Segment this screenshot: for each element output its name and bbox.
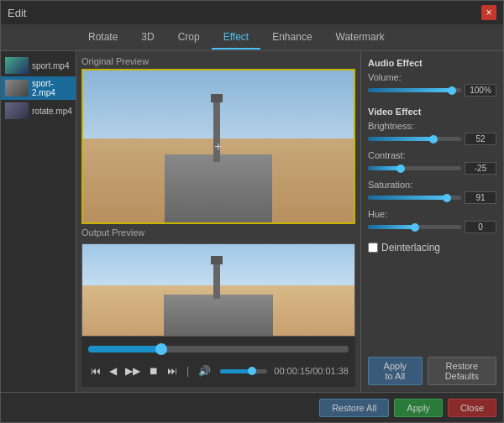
saturation-input[interactable] bbox=[465, 191, 496, 204]
saturation-slider-row bbox=[368, 191, 496, 204]
saturation-label: Saturation: bbox=[368, 180, 496, 190]
file-name-sport2: sport-2.mp4 bbox=[32, 79, 71, 97]
volume-label: Volume: bbox=[368, 72, 496, 82]
hue-slider-container[interactable] bbox=[368, 225, 461, 229]
tab-crop[interactable]: Crop bbox=[166, 26, 212, 50]
timeline-slider[interactable] bbox=[88, 346, 349, 352]
hue-input[interactable] bbox=[465, 221, 496, 233]
tab-enhance[interactable]: Enhance bbox=[260, 26, 323, 50]
brightness-slider-container[interactable] bbox=[368, 137, 461, 141]
video-road bbox=[165, 154, 273, 222]
skip-end-button[interactable]: ⏭ bbox=[165, 364, 180, 378]
brightness-label: Brightness: bbox=[368, 121, 496, 131]
restore-defaults-button[interactable]: Restore Defaults bbox=[428, 357, 496, 385]
hue-fill bbox=[368, 225, 415, 229]
hue-label: Hue: bbox=[368, 209, 496, 219]
restore-all-button[interactable]: Restore All bbox=[319, 399, 389, 417]
bottom-right: Restore All Apply Close bbox=[319, 399, 496, 417]
time-display: 00:00:15/00:01:38 bbox=[274, 366, 349, 376]
saturation-slider-container[interactable] bbox=[368, 196, 461, 200]
mute-button[interactable]: 🔊 bbox=[196, 364, 213, 378]
deinterlacing-checkbox[interactable] bbox=[368, 243, 378, 253]
contrast-label: Contrast: bbox=[368, 150, 496, 160]
volume-thumb bbox=[248, 367, 256, 375]
hue-control: Hue: bbox=[368, 209, 496, 233]
hue-slider-thumb bbox=[411, 223, 419, 232]
prev-frame-button[interactable]: ◀ bbox=[107, 364, 119, 378]
apply-restore-buttons: Apply to All Restore Defaults bbox=[368, 357, 496, 385]
file-thumb-rotate bbox=[5, 102, 29, 119]
timeline-thumb[interactable] bbox=[155, 343, 167, 355]
apply-restore-row: Apply to All Restore Defaults bbox=[368, 348, 496, 385]
contrast-slider-row bbox=[368, 162, 496, 175]
file-thumb-sport bbox=[5, 57, 29, 74]
output-video-canvas bbox=[82, 244, 354, 336]
contrast-slider-thumb bbox=[396, 164, 405, 173]
volume-slider-thumb bbox=[448, 86, 456, 95]
edit-window: Edit × Rotate 3D Crop Effect Enhance Wat… bbox=[0, 0, 504, 423]
saturation-slider-thumb bbox=[443, 194, 451, 202]
playback-area: ⏮ ◀ ▶▶ ⏹ ⏭ | 🔊 00:00:15/00:01:38 bbox=[81, 337, 355, 387]
tab-watermark[interactable]: Watermark bbox=[324, 26, 396, 50]
window-close-button[interactable]: × bbox=[481, 5, 496, 20]
controls-row: ⏮ ◀ ▶▶ ⏹ ⏭ | 🔊 00:00:15/00:01:38 bbox=[88, 364, 349, 378]
original-preview-label: Original Preview bbox=[81, 56, 355, 66]
output-video-road bbox=[164, 295, 273, 336]
output-preview-label: Output Preview bbox=[81, 227, 355, 238]
file-thumb-sport2 bbox=[5, 80, 29, 97]
bottom-bar: Restore All Apply Close bbox=[1, 392, 503, 422]
volume-slider[interactable] bbox=[220, 369, 267, 373]
contrast-slider-container[interactable] bbox=[368, 166, 461, 170]
tab-rotate[interactable]: Rotate bbox=[76, 26, 129, 50]
brightness-fill bbox=[368, 137, 433, 141]
output-video-tower bbox=[213, 263, 220, 300]
file-list: sport.mp4 sport-2.mp4 rotate.mp4 bbox=[1, 51, 76, 392]
saturation-control: Saturation: bbox=[368, 180, 496, 204]
file-name-sport: sport.mp4 bbox=[32, 61, 69, 70]
timeline-track bbox=[88, 346, 349, 352]
crosshair-icon: + bbox=[214, 139, 222, 154]
brightness-slider-row bbox=[368, 133, 496, 145]
center-content: Original Preview + Output Preview bbox=[76, 51, 360, 392]
main-area: sport.mp4 sport-2.mp4 rotate.mp4 Origina… bbox=[1, 51, 503, 392]
file-name-rotate: rotate.mp4 bbox=[32, 107, 72, 116]
deinterlacing-label: Deinterlacing bbox=[381, 242, 440, 253]
hue-slider-row bbox=[368, 221, 496, 233]
contrast-control: Contrast: bbox=[368, 150, 496, 175]
file-item-rotate[interactable]: rotate.mp4 bbox=[1, 100, 76, 122]
volume-input[interactable] bbox=[465, 84, 496, 97]
output-preview bbox=[81, 243, 355, 337]
volume-control: Volume: bbox=[368, 72, 496, 97]
window-title: Edit bbox=[8, 7, 26, 19]
tab-3d[interactable]: 3D bbox=[129, 26, 165, 50]
volume-slider-row bbox=[368, 84, 496, 97]
tabs-bar: Rotate 3D Crop Effect Enhance Watermark bbox=[1, 24, 503, 51]
volume-fill bbox=[368, 88, 452, 92]
original-video-canvas: + bbox=[83, 70, 354, 222]
brightness-slider-thumb bbox=[429, 135, 438, 144]
brightness-control: Brightness: bbox=[368, 121, 496, 145]
original-preview: + bbox=[81, 69, 355, 224]
file-item-sport[interactable]: sport.mp4 bbox=[1, 55, 76, 76]
divider: | bbox=[186, 365, 189, 377]
file-item-sport2[interactable]: sport-2.mp4 bbox=[1, 76, 76, 100]
stop-button[interactable]: ⏹ bbox=[146, 364, 161, 378]
audio-effect-title: Audio Effect bbox=[368, 58, 496, 68]
brightness-input[interactable] bbox=[465, 133, 496, 145]
close-button[interactable]: Close bbox=[448, 399, 496, 417]
video-effect-title: Video Effect bbox=[368, 107, 496, 117]
apply-button[interactable]: Apply bbox=[394, 399, 443, 417]
saturation-fill bbox=[368, 196, 447, 200]
play-button[interactable]: ▶▶ bbox=[123, 364, 143, 378]
right-panel: Audio Effect Volume: Video Effect Bright… bbox=[360, 51, 503, 392]
volume-slider-container[interactable] bbox=[368, 88, 461, 92]
apply-to-all-button[interactable]: Apply to All bbox=[368, 357, 423, 385]
skip-start-button[interactable]: ⏮ bbox=[88, 364, 103, 378]
tab-effect[interactable]: Effect bbox=[212, 26, 260, 50]
title-bar: Edit × bbox=[1, 1, 503, 24]
contrast-input[interactable] bbox=[465, 162, 496, 175]
deinterlacing-row: Deinterlacing bbox=[368, 242, 496, 253]
